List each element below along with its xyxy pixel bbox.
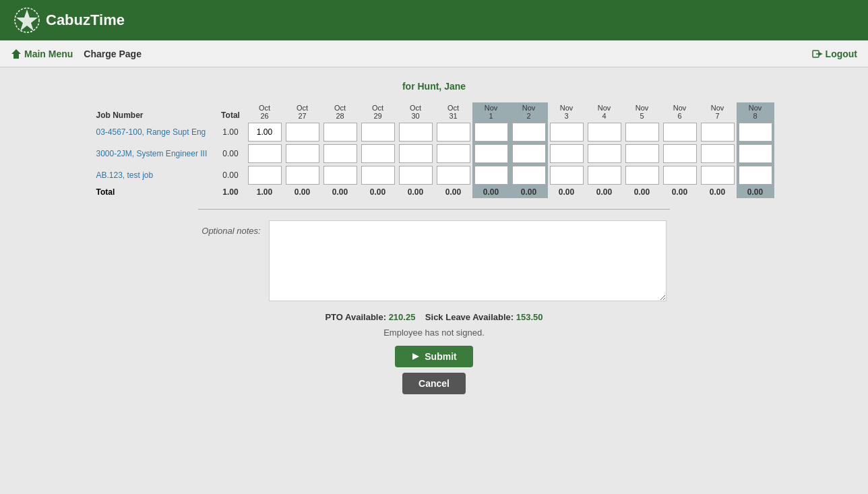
col-oct30-header: Oct 30	[397, 102, 435, 121]
time-table: Job Number Total Oct 26 Oct 27 Oct 28	[94, 102, 774, 198]
footer-col-total-12: 0.00	[699, 186, 737, 198]
table-row: 3000-2JM, System Engineer III0.00	[94, 143, 774, 164]
footer-col-total-4: 0.00	[397, 186, 435, 198]
footer-col-total-0: 1.00	[246, 186, 284, 198]
main-content: for Hunt, Jane Job Number Total Oct 26 O…	[0, 67, 868, 494]
notes-textarea[interactable]	[269, 220, 666, 301]
col-nov2-header: Nov 2	[510, 102, 548, 121]
time-input-row2-col7[interactable]	[512, 166, 546, 185]
time-input-row2-col9[interactable]	[588, 166, 621, 185]
status-text: Employee has not signed.	[13, 328, 855, 338]
col-nov1-header: Nov 1	[472, 102, 510, 121]
time-input-row0-col12[interactable]	[701, 123, 735, 142]
pto-info: PTO Available: 210.25 Sick Leave Availab…	[13, 312, 855, 322]
for-user-label: for Hunt, Jane	[13, 81, 855, 92]
time-input-row0-col10[interactable]	[625, 123, 659, 142]
time-input-row1-col12[interactable]	[701, 144, 735, 163]
time-input-row1-col8[interactable]	[550, 144, 584, 163]
time-input-row1-col3[interactable]	[361, 144, 395, 163]
main-menu-link[interactable]: Main Menu	[11, 49, 73, 59]
notes-label: Optional notes:	[202, 226, 260, 236]
time-input-row1-col2[interactable]	[323, 144, 357, 163]
table-row: AB.123, test job0.00	[94, 164, 774, 186]
time-input-row1-col10[interactable]	[625, 144, 659, 163]
time-input-row0-col11[interactable]	[663, 123, 697, 142]
time-input-row0-col8[interactable]	[550, 123, 584, 142]
time-input-row2-col3[interactable]	[361, 166, 395, 185]
app-name: CabuzTime	[46, 11, 125, 29]
time-input-row0-col9[interactable]	[588, 123, 621, 142]
job-label-1: 3000-2JM, System Engineer III	[94, 143, 216, 164]
time-input-row0-col2[interactable]	[323, 123, 357, 142]
svg-marker-5	[412, 353, 419, 360]
pto-label: PTO Available:	[325, 312, 386, 322]
time-input-row2-col1[interactable]	[286, 166, 319, 185]
svg-marker-2	[11, 49, 21, 59]
footer-grand-total: 1.00	[216, 186, 246, 198]
row-total-1: 0.00	[216, 143, 246, 164]
sick-value: 153.50	[516, 312, 543, 322]
time-input-row0-col13[interactable]	[739, 123, 772, 142]
footer-col-total-1: 0.00	[284, 186, 321, 198]
time-input-row2-col8[interactable]	[550, 166, 584, 185]
time-input-row1-col6[interactable]	[474, 144, 508, 163]
time-input-row1-col13[interactable]	[739, 144, 772, 163]
job-label-2: AB.123, test job	[94, 164, 216, 186]
col-oct28-header: Oct 28	[321, 102, 359, 121]
footer-col-total-11: 0.00	[661, 186, 699, 198]
col-nov4-header: Nov 4	[586, 102, 623, 121]
buttons-area: Submit Cancel	[13, 346, 855, 394]
footer-col-total-8: 0.00	[548, 186, 586, 198]
time-input-row1-col9[interactable]	[588, 144, 621, 163]
time-input-row0-col3[interactable]	[361, 123, 395, 142]
row-total-0: 1.00	[216, 121, 246, 143]
col-nov6-header: Nov 6	[661, 102, 699, 121]
time-input-row2-col5[interactable]	[437, 166, 470, 185]
col-nov7-header: Nov 7	[699, 102, 737, 121]
time-input-row0-col4[interactable]	[399, 123, 433, 142]
time-input-row1-col11[interactable]	[663, 144, 697, 163]
time-input-row2-col2[interactable]	[323, 166, 357, 185]
time-input-row2-col11[interactable]	[663, 166, 697, 185]
submit-button[interactable]: Submit	[395, 346, 472, 367]
footer-col-total-5: 0.00	[435, 186, 472, 198]
svg-marker-1	[16, 9, 38, 31]
footer-col-total-13: 0.00	[737, 186, 774, 198]
notes-section: Optional notes:	[13, 220, 855, 301]
table-header-row: Job Number Total Oct 26 Oct 27 Oct 28	[94, 102, 774, 121]
time-input-row2-col13[interactable]	[739, 166, 772, 185]
time-input-row1-col4[interactable]	[399, 144, 433, 163]
time-input-row0-col1[interactable]	[286, 123, 319, 142]
logout-icon	[812, 49, 823, 59]
time-input-row1-col1[interactable]	[286, 144, 319, 163]
footer-col-total-3: 0.00	[359, 186, 397, 198]
time-input-row0-col6[interactable]	[474, 123, 508, 142]
col-total-header: Total	[216, 102, 246, 121]
cancel-button[interactable]: Cancel	[402, 373, 466, 394]
footer-col-total-6: 0.00	[472, 186, 510, 198]
time-input-row1-col5[interactable]	[437, 144, 470, 163]
time-table-container: Job Number Total Oct 26 Oct 27 Oct 28	[13, 102, 855, 198]
col-oct26-header: Oct 26	[246, 102, 284, 121]
time-input-row2-col6[interactable]	[474, 166, 508, 185]
app-header: CabuzTime	[0, 0, 868, 40]
time-input-row0-col5[interactable]	[437, 123, 470, 142]
logout-link[interactable]: Logout	[812, 49, 857, 59]
navbar: Main Menu Charge Page Logout	[0, 40, 868, 67]
logo-icon	[13, 7, 40, 34]
time-input-row1-col0[interactable]	[248, 144, 282, 163]
time-input-row2-col10[interactable]	[625, 166, 659, 185]
time-input-row2-col12[interactable]	[701, 166, 735, 185]
footer-col-total-7: 0.00	[510, 186, 548, 198]
col-nov5-header: Nov 5	[623, 102, 661, 121]
nav-right: Logout	[812, 49, 857, 59]
sick-label: Sick Leave Available:	[425, 312, 514, 322]
time-input-row0-col0[interactable]	[248, 123, 282, 142]
footer-row: Total1.001.000.000.000.000.000.000.000.0…	[94, 186, 774, 198]
time-input-row2-col4[interactable]	[399, 166, 433, 185]
col-job-header: Job Number	[94, 102, 216, 121]
time-input-row1-col7[interactable]	[512, 144, 546, 163]
col-oct27-header: Oct 27	[284, 102, 321, 121]
time-input-row2-col0[interactable]	[248, 166, 282, 185]
time-input-row0-col7[interactable]	[512, 123, 546, 142]
